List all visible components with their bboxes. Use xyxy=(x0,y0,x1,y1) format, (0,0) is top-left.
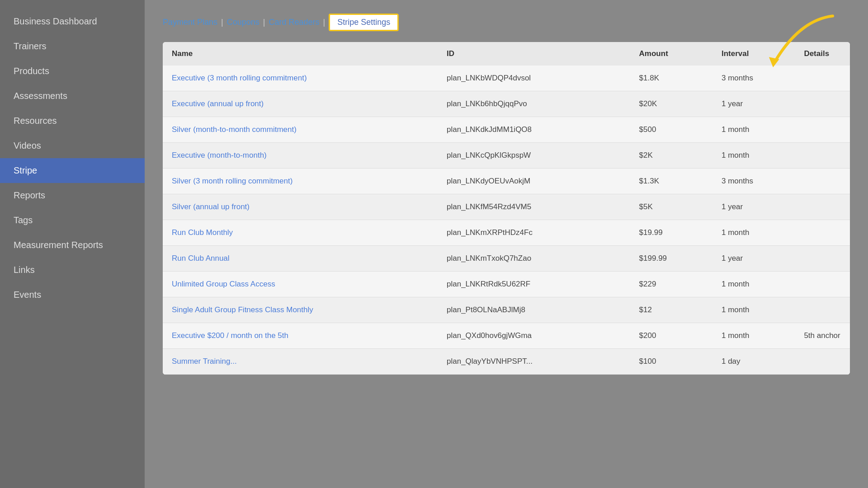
sidebar: Business DashboardTrainersProductsAssess… xyxy=(0,0,145,488)
plan-id-cell: plan_LNKdkJdMM1iQO8 xyxy=(438,117,630,143)
sidebar-item-resources[interactable]: Resources xyxy=(0,108,145,133)
nav-tab-coupons[interactable]: Coupons xyxy=(227,18,259,27)
plan-details-cell xyxy=(795,297,850,323)
table-header-id: ID xyxy=(438,42,630,66)
table-row: Silver (3 month rolling commitment)plan_… xyxy=(163,169,850,194)
nav-tab-separator: | xyxy=(221,18,223,27)
nav-tabs: Payment Plans|Coupons|Card Readers|Strip… xyxy=(163,14,850,31)
plan-amount-cell: $20K xyxy=(630,91,712,117)
plan-amount-cell: $199.99 xyxy=(630,246,712,272)
table-header-name: Name xyxy=(163,42,438,66)
plan-amount-cell: $5K xyxy=(630,194,712,220)
plan-name-cell[interactable]: Run Club Monthly xyxy=(163,220,438,246)
sidebar-item-assessments[interactable]: Assessments xyxy=(0,84,145,108)
plan-name-cell[interactable]: Executive (annual up front) xyxy=(163,91,438,117)
nav-tab-separator: | xyxy=(323,18,326,27)
plan-interval-cell: 1 month xyxy=(712,297,795,323)
plan-interval-cell: 1 year xyxy=(712,194,795,220)
plan-name-cell[interactable]: Summer Training... xyxy=(163,349,438,375)
plan-name-cell[interactable]: Silver (3 month rolling commitment) xyxy=(163,169,438,194)
table-row: Summer Training...plan_QlayYbVNHPSPT...$… xyxy=(163,349,850,375)
plan-amount-cell: $229 xyxy=(630,272,712,297)
plan-interval-cell: 3 months xyxy=(712,169,795,194)
table-row: Run Club Monthlyplan_LNKmXRPtHDz4Fc$19.9… xyxy=(163,220,850,246)
nav-tab-stripe-settings[interactable]: Stripe Settings xyxy=(329,14,399,31)
table-row: Executive (3 month rolling commitment)pl… xyxy=(163,66,850,91)
plan-details-cell xyxy=(795,246,850,272)
plan-details-cell xyxy=(795,66,850,91)
plan-amount-cell: $200 xyxy=(630,323,712,349)
plan-id-cell: plan_LNKcQpKlGkpspW xyxy=(438,143,630,169)
main-content: Payment Plans|Coupons|Card Readers|Strip… xyxy=(145,0,868,488)
plan-name-cell[interactable]: Single Adult Group Fitness Class Monthly xyxy=(163,297,438,323)
sidebar-item-events[interactable]: Events xyxy=(0,282,145,307)
plan-details-cell: 5th anchor xyxy=(795,323,850,349)
table-header-amount: Amount xyxy=(630,42,712,66)
plan-interval-cell: 1 month xyxy=(712,220,795,246)
nav-tab-payment-plans[interactable]: Payment Plans xyxy=(163,18,217,27)
plan-details-cell xyxy=(795,349,850,375)
plan-interval-cell: 1 month xyxy=(712,323,795,349)
plan-amount-cell: $1.8K xyxy=(630,66,712,91)
plan-id-cell: plan_LNKb6hbQjqqPvo xyxy=(438,91,630,117)
plan-name-cell[interactable]: Silver (annual up front) xyxy=(163,194,438,220)
plan-id-cell: plan_Pt8OLNaABJlMj8 xyxy=(438,297,630,323)
plan-interval-cell: 1 month xyxy=(712,272,795,297)
plan-amount-cell: $500 xyxy=(630,117,712,143)
payment-plans-table: NameIDAmountIntervalDetails Executive (3… xyxy=(163,42,850,375)
table-body: Executive (3 month rolling commitment)pl… xyxy=(163,66,850,375)
plan-interval-cell: 1 year xyxy=(712,246,795,272)
table-row: Run Club Annualplan_LNKmTxokQ7hZao$199.9… xyxy=(163,246,850,272)
plan-details-cell xyxy=(795,272,850,297)
plan-interval-cell: 1 day xyxy=(712,349,795,375)
sidebar-item-measurement-reports[interactable]: Measurement Reports xyxy=(0,233,145,258)
plan-id-cell: plan_LNKmXRPtHDz4Fc xyxy=(438,220,630,246)
plan-id-cell: plan_LNKfM54Rzd4VM5 xyxy=(438,194,630,220)
table-row: Executive $200 / month on the 5thplan_QX… xyxy=(163,323,850,349)
table-header-interval: Interval xyxy=(712,42,795,66)
plan-name-cell[interactable]: Unlimited Group Class Access xyxy=(163,272,438,297)
plan-interval-cell: 1 year xyxy=(712,91,795,117)
sidebar-item-stripe[interactable]: Stripe xyxy=(0,158,145,183)
plan-name-cell[interactable]: Executive $200 / month on the 5th xyxy=(163,323,438,349)
plan-id-cell: plan_LNKRtRdk5U62RF xyxy=(438,272,630,297)
plan-amount-cell: $19.99 xyxy=(630,220,712,246)
plan-details-cell xyxy=(795,220,850,246)
plan-amount-cell: $2K xyxy=(630,143,712,169)
plan-details-cell xyxy=(795,91,850,117)
sidebar-item-reports[interactable]: Reports xyxy=(0,183,145,208)
plan-details-cell xyxy=(795,194,850,220)
table-header-details: Details xyxy=(795,42,850,66)
plan-amount-cell: $1.3K xyxy=(630,169,712,194)
plan-details-cell xyxy=(795,143,850,169)
plan-interval-cell: 3 months xyxy=(712,66,795,91)
plan-name-cell[interactable]: Run Club Annual xyxy=(163,246,438,272)
sidebar-item-links[interactable]: Links xyxy=(0,258,145,282)
plan-id-cell: plan_LNKbWDQP4dvsol xyxy=(438,66,630,91)
table-row: Unlimited Group Class Accessplan_LNKRtRd… xyxy=(163,272,850,297)
sidebar-item-tags[interactable]: Tags xyxy=(0,208,145,233)
plan-amount-cell: $100 xyxy=(630,349,712,375)
sidebar-item-trainers[interactable]: Trainers xyxy=(0,34,145,59)
table-row: Executive (annual up front)plan_LNKb6hbQ… xyxy=(163,91,850,117)
plan-details-cell xyxy=(795,117,850,143)
plan-name-cell[interactable]: Executive (3 month rolling commitment) xyxy=(163,66,438,91)
table-row: Single Adult Group Fitness Class Monthly… xyxy=(163,297,850,323)
plan-id-cell: plan_QXd0hov6gjWGma xyxy=(438,323,630,349)
table-header-row: NameIDAmountIntervalDetails xyxy=(163,42,850,66)
nav-tab-separator: | xyxy=(263,18,265,27)
plan-id-cell: plan_LNKmTxokQ7hZao xyxy=(438,246,630,272)
sidebar-item-products[interactable]: Products xyxy=(0,59,145,84)
nav-tab-card-readers[interactable]: Card Readers xyxy=(269,18,320,27)
plan-amount-cell: $12 xyxy=(630,297,712,323)
table-row: Silver (month-to-month commitment)plan_L… xyxy=(163,117,850,143)
table-row: Silver (annual up front)plan_LNKfM54Rzd4… xyxy=(163,194,850,220)
plan-name-cell[interactable]: Executive (month-to-month) xyxy=(163,143,438,169)
sidebar-item-business-dashboard[interactable]: Business Dashboard xyxy=(0,9,145,34)
plan-interval-cell: 1 month xyxy=(712,117,795,143)
table-row: Executive (month-to-month)plan_LNKcQpKlG… xyxy=(163,143,850,169)
sidebar-item-videos[interactable]: Videos xyxy=(0,133,145,158)
plan-interval-cell: 1 month xyxy=(712,143,795,169)
plan-id-cell: plan_QlayYbVNHPSPT... xyxy=(438,349,630,375)
plan-name-cell[interactable]: Silver (month-to-month commitment) xyxy=(163,117,438,143)
